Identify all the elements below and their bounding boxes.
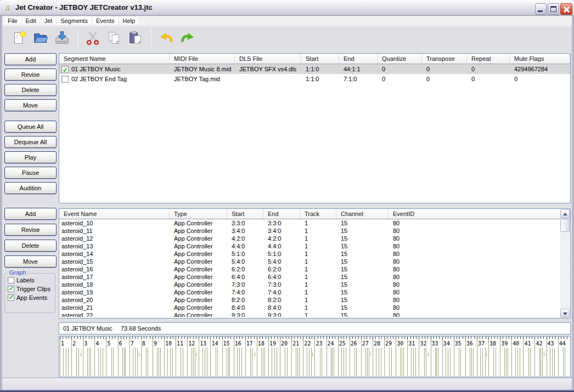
- column-header-segment-name[interactable]: Segment Name: [59, 54, 170, 64]
- cell-eventid: 80: [389, 250, 570, 258]
- redo-button[interactable]: [177, 28, 198, 49]
- menu-jet[interactable]: Jet: [41, 17, 56, 25]
- ruler-tick: [312, 337, 312, 339]
- segment-row[interactable]: ✓02 JETBOY End TagJETBOY Tag.mid1:1:07:1…: [59, 74, 570, 84]
- event-row[interactable]: asteroid_11App Controller3:4:03:4:011580: [59, 227, 570, 235]
- cell-end: 6:2:0: [263, 265, 300, 273]
- checkbox-app-events[interactable]: ✓: [8, 294, 14, 301]
- measure-number: 12: [188, 340, 195, 346]
- segment-checkbox[interactable]: ✓: [61, 76, 69, 83]
- new-button[interactable]: [9, 28, 30, 49]
- playback-audition-button[interactable]: Audition: [4, 182, 57, 194]
- event-add-button[interactable]: Add: [4, 208, 57, 220]
- column-header-dls-file[interactable]: DLS File: [235, 54, 301, 64]
- measure-number: 22: [304, 340, 311, 346]
- menu-edit[interactable]: Edit: [22, 17, 40, 25]
- column-header-start[interactable]: Start: [301, 54, 339, 64]
- cell-event-name: asteroid_18: [59, 281, 170, 288]
- copy-button[interactable]: [104, 28, 125, 49]
- event-graph-line: [389, 348, 390, 376]
- scrollbar-thumb[interactable]: [560, 219, 570, 232]
- playback-queue-all-button[interactable]: Queue All: [4, 121, 57, 133]
- event-delete-button[interactable]: Delete: [4, 240, 57, 252]
- event-row[interactable]: asteroid_21App Controller8:4:08:4:011580: [59, 304, 570, 311]
- measure-boundary-line: [106, 339, 106, 376]
- paste-button[interactable]: [125, 28, 146, 49]
- segment-row[interactable]: ✓01 JETBOY MusicJETBOY Music 8.midJETBOY…: [59, 64, 570, 74]
- menu-segments[interactable]: Segments: [57, 17, 91, 25]
- event-row[interactable]: asteroid_15App Controller5:4:05:4:011580: [59, 258, 570, 265]
- ruler-tick: [341, 337, 341, 339]
- graph-groupbox-title: Graph: [8, 269, 28, 276]
- column-header-event-name[interactable]: Event Name: [59, 209, 170, 219]
- column-header-transpose[interactable]: Transpose: [422, 54, 467, 64]
- column-header-track[interactable]: Track: [300, 209, 336, 219]
- menu-file[interactable]: File: [4, 17, 21, 25]
- graph-option-labels[interactable]: ✓Labels: [8, 277, 55, 283]
- graph-option-app-events[interactable]: ✓App Events: [8, 294, 55, 301]
- event-move-button[interactable]: Move: [4, 255, 57, 268]
- column-header-eventid[interactable]: EventID: [389, 209, 570, 219]
- segment-revise-button[interactable]: Revise: [4, 69, 57, 81]
- segment-checkbox[interactable]: ✓: [61, 66, 69, 73]
- cell-track: 1: [300, 242, 336, 250]
- close-button[interactable]: [560, 3, 572, 15]
- cell-end: 6:4:0: [263, 273, 300, 281]
- event-graph-line: [376, 348, 376, 376]
- event-revise-button[interactable]: Revise: [4, 224, 57, 236]
- event-list-scrollbar[interactable]: [560, 209, 570, 317]
- event-row[interactable]: asteroid_14App Controller5:1:05:1:011580: [59, 250, 570, 258]
- ruler-tick: [439, 337, 440, 339]
- event-row[interactable]: asteroid_16App Controller6:2:06:2:011580: [59, 265, 570, 273]
- maximize-button[interactable]: [548, 3, 559, 15]
- event-row[interactable]: asteroid_20App Controller8:2:08:2:011580: [59, 296, 570, 304]
- scroll-up-button[interactable]: [560, 209, 570, 218]
- timeline-graph[interactable]: 1234567891011121314151617181920212223242…: [59, 336, 571, 377]
- column-header-type[interactable]: Type: [170, 209, 227, 219]
- column-header-end[interactable]: End: [339, 54, 378, 64]
- event-row[interactable]: asteroid_10App Controller3:3:03:3:011580: [59, 219, 570, 227]
- graph-option-trigger-clips[interactable]: ✓Trigger Clips: [8, 286, 55, 292]
- column-header-midi-file[interactable]: MIDI File: [170, 54, 235, 64]
- ruler-tick: [309, 337, 309, 339]
- checkbox-trigger-clips[interactable]: ✓: [8, 286, 14, 292]
- event-row[interactable]: asteroid_17App Controller6:4:06:4:011580: [59, 273, 570, 281]
- cell-eventid: 80: [389, 265, 570, 273]
- measure-boundary-line: [257, 339, 257, 376]
- cut-button[interactable]: [82, 28, 103, 49]
- event-row[interactable]: asteroid_12App Controller4:2:04:2:011580: [59, 235, 570, 242]
- playback-play-button[interactable]: Play: [4, 151, 57, 163]
- open-button[interactable]: [30, 28, 51, 49]
- event-graph-line: [76, 348, 77, 376]
- event-row[interactable]: asteroid_19App Controller7:4:07:4:011580: [59, 288, 570, 296]
- column-header-repeat[interactable]: Repeat: [467, 54, 510, 64]
- ruler-tick: [367, 337, 367, 339]
- segment-move-button[interactable]: Move: [4, 99, 57, 111]
- event-graph-line: [563, 348, 564, 376]
- event-row[interactable]: asteroid_22App Controller9:3:09:3:011580: [59, 311, 570, 317]
- undo-button[interactable]: [156, 28, 177, 49]
- minimize-button[interactable]: [535, 3, 547, 15]
- segment-name-text: 01 JETBOY Music: [71, 64, 121, 74]
- measure-number: 18: [258, 340, 265, 346]
- checkbox-labels[interactable]: ✓: [8, 277, 14, 283]
- segment-add-button[interactable]: Add: [4, 53, 57, 65]
- ruler-tick: [445, 337, 446, 339]
- column-header-start[interactable]: Start: [227, 209, 263, 219]
- column-header-channel[interactable]: Channel: [336, 209, 389, 219]
- save-button[interactable]: [52, 28, 72, 49]
- paste-icon: [127, 30, 144, 48]
- column-header-mute-flags[interactable]: Mute Flags: [510, 54, 570, 64]
- title-bar[interactable]: ♫ Jet Creator - JETBOY JETCreator v13.jt…: [0, 0, 574, 16]
- menu-help[interactable]: Help: [120, 17, 139, 25]
- column-header-quantize[interactable]: Quantize: [378, 54, 422, 64]
- scroll-down-button[interactable]: [560, 309, 570, 317]
- playback-pause-button[interactable]: Pause: [4, 167, 57, 179]
- event-row[interactable]: asteroid_18App Controller7:3:07:3:011580: [59, 281, 570, 288]
- column-header-end[interactable]: End: [263, 209, 300, 219]
- menu-events[interactable]: Events: [93, 17, 118, 25]
- event-row[interactable]: asteroid_13App Controller4:4:04:4:011580: [59, 242, 570, 250]
- playback-dequeue-all-button[interactable]: Dequeue All: [4, 136, 57, 148]
- segment-list: Segment NameMIDI FileDLS FileStartEndQua…: [59, 53, 571, 203]
- segment-delete-button[interactable]: Delete: [4, 84, 57, 96]
